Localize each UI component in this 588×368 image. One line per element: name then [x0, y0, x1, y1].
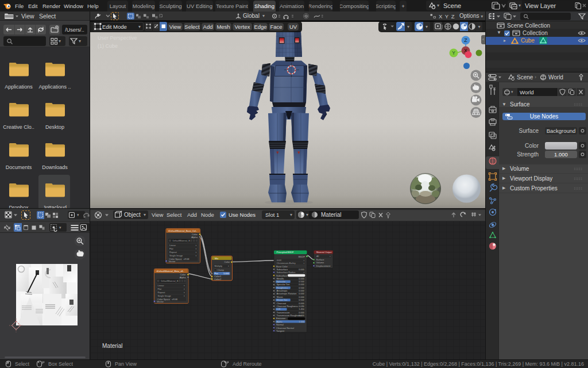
svg-text:0.000: 0.000 [299, 283, 305, 286]
svg-text:Z: Z [464, 37, 467, 43]
svg-text:▾: ▾ [196, 255, 197, 257]
svg-text:sRGB: sRGB [172, 298, 178, 301]
svg-text:Color: Color [224, 260, 230, 263]
svg-text:Specular: Specular [277, 280, 286, 283]
svg-text:0.000: 0.000 [299, 268, 305, 271]
svg-text:Material Output: Material Output [316, 251, 332, 254]
svg-text:1.000: 1.000 [299, 320, 305, 323]
svg-text:▾: ▾ [196, 244, 197, 247]
svg-text:Repeat: Repeat [169, 251, 177, 254]
svg-text:Anisotropic Rotation: Anisotropic Rotation [277, 292, 297, 295]
svg-text:0.000: 0.000 [299, 292, 305, 295]
svg-text:Sheen: Sheen [277, 296, 283, 298]
svg-text:Clearcoat Normal: Clearcoat Normal [276, 327, 294, 329]
svg-text:DefaultMaterial_B..: DefaultMaterial_B.. [173, 240, 191, 242]
svg-text:1.450: 1.450 [299, 308, 305, 310]
svg-text:Vector: Vector [157, 300, 164, 303]
svg-text:Metallic: Metallic [277, 277, 284, 280]
svg-text:All: All [316, 255, 319, 258]
svg-text:0.000: 0.000 [299, 302, 305, 305]
svg-text:▾: ▾ [184, 288, 185, 290]
svg-text:▾: ▾ [156, 270, 157, 273]
svg-text:0.500: 0.500 [299, 280, 305, 283]
svg-text:Multiply: Multiply [215, 264, 223, 267]
svg-text:Repeat: Repeat [158, 291, 166, 294]
svg-text:Subsurface Radius: Subsurface Radius [277, 271, 296, 274]
svg-text:Transmission Roughness: Transmission Roughness [277, 314, 302, 317]
svg-text:▾: ▾ [196, 248, 197, 250]
svg-text:IOR: IOR [277, 308, 281, 310]
svg-text:Flat: Flat [158, 288, 163, 290]
svg-text:GGX: GGX [277, 259, 282, 262]
svg-text:Single Image: Single Image [169, 254, 183, 257]
svg-text:0.000: 0.000 [299, 314, 305, 317]
svg-text:0.030: 0.030 [299, 305, 305, 308]
svg-text:▾: ▾ [168, 229, 169, 232]
svg-text:sRGB: sRGB [184, 258, 190, 260]
svg-text:Surface: Surface [316, 258, 325, 261]
svg-text:BSDF: BSDF [299, 255, 305, 258]
svg-text:1.000: 1.000 [223, 272, 230, 275]
svg-text:Christensen-Burley: Christensen-Burley [277, 262, 296, 264]
svg-text:▾: ▾ [196, 251, 197, 254]
svg-text:Anisotropic: Anisotropic [277, 289, 288, 292]
svg-text:DefaultMaterial_Meta_s8..: DefaultMaterial_Meta_s8.. [157, 270, 184, 273]
svg-text:Specular Tint: Specular Tint [277, 283, 291, 286]
svg-text:Volume: Volume [316, 261, 324, 264]
svg-text:▾: ▾ [228, 265, 229, 267]
svg-text:DefaultMaterial_Base_Col..: DefaultMaterial_Base_Col.. [169, 229, 198, 232]
svg-text:Subsurface: Subsurface [277, 268, 288, 271]
svg-text:Displacement: Displacement [316, 264, 331, 267]
svg-text:Roughness: Roughness [277, 286, 288, 289]
svg-text:0.500: 0.500 [299, 298, 305, 301]
svg-text:Single Image: Single Image [158, 294, 172, 297]
svg-text:Transmission: Transmission [277, 311, 290, 314]
svg-text:▾: ▾ [184, 292, 185, 294]
svg-text:0.000: 0.000 [299, 289, 305, 292]
svg-text:Alpha: Alpha [180, 276, 186, 279]
svg-text:Fac: Fac [215, 272, 219, 275]
svg-text:Clamp: Clamp [218, 269, 225, 271]
svg-text:0.500: 0.500 [299, 286, 305, 289]
svg-text:Principled BSDF: Principled BSDF [277, 251, 295, 254]
svg-text:▾: ▾ [184, 285, 185, 287]
svg-text:0.000: 0.000 [299, 311, 305, 314]
svg-text:Clearcoat Roughness: Clearcoat Roughness [277, 305, 298, 308]
svg-text:Normal: Normal [276, 323, 284, 326]
svg-text:Alpha: Alpha [191, 236, 198, 239]
svg-text:Flat: Flat [169, 247, 174, 250]
svg-text:Mix: Mix [215, 257, 218, 260]
svg-text:Sheen Tint: Sheen Tint [277, 298, 288, 301]
svg-text:Tangent: Tangent [276, 329, 285, 332]
svg-text:0.000: 0.000 [299, 296, 305, 298]
svg-text:0.000: 0.000 [299, 277, 305, 280]
svg-text:Vector: Vector [169, 260, 176, 263]
svg-text:Linear: Linear [169, 244, 176, 247]
svg-text:Linear: Linear [158, 284, 165, 287]
svg-text:▾: ▾ [184, 295, 185, 297]
svg-text:Y: Y [452, 50, 455, 56]
svg-text:Clearcoat: Clearcoat [277, 302, 287, 305]
svg-text:Color2: Color2 [214, 278, 222, 281]
svg-text:Alpha: Alpha [277, 320, 283, 323]
svg-text:DefaultMaterial_B..: DefaultMaterial_B.. [161, 280, 179, 282]
